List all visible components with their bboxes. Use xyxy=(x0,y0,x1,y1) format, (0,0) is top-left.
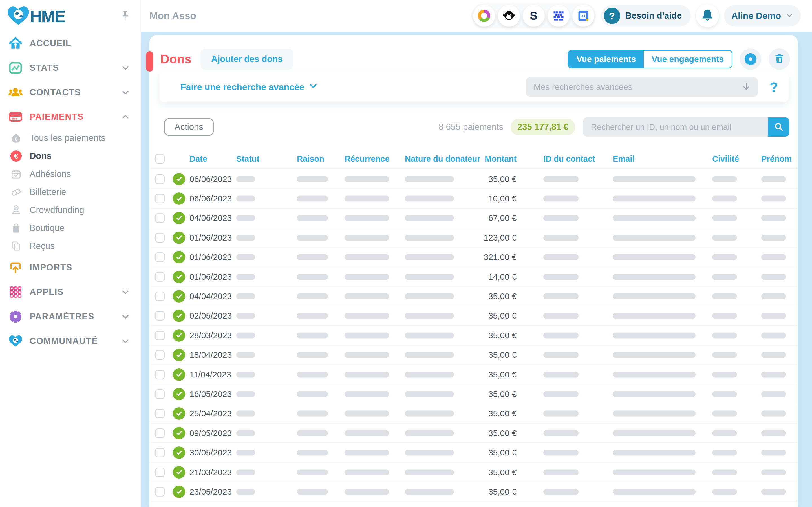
mailchimp-icon[interactable] xyxy=(498,5,520,27)
chevron-down-icon xyxy=(121,313,130,321)
view-payments-tab[interactable]: Vue paiements xyxy=(569,51,644,68)
row-checkbox[interactable] xyxy=(155,467,165,477)
table-row[interactable]: 02/05/202335,00 € xyxy=(149,306,798,326)
column-header-montant[interactable]: Montant xyxy=(454,154,516,164)
row-checkbox[interactable] xyxy=(155,194,165,203)
placeholder-recurrence xyxy=(345,176,389,182)
sidebar-item-adhesions[interactable]: Adhésions xyxy=(0,165,140,183)
row-checkbox[interactable] xyxy=(155,311,165,321)
table-row[interactable]: 06/06/202335,00 € xyxy=(149,170,798,189)
google-calendar-icon[interactable]: 31 xyxy=(572,5,594,27)
placeholder-civilite xyxy=(712,196,737,202)
table-row[interactable]: 04/06/202367,00 € xyxy=(149,209,798,228)
notifications-button[interactable] xyxy=(696,4,719,27)
sidebar-item-stats[interactable]: STATS xyxy=(0,55,140,80)
row-checkbox[interactable] xyxy=(155,448,165,457)
sidebar-item-boutique[interactable]: Boutique xyxy=(0,219,140,237)
table-row[interactable]: 01/06/202314,00 € xyxy=(149,267,798,287)
pixel-app-icon[interactable] xyxy=(548,5,569,27)
placeholder-nature xyxy=(405,255,454,260)
placeholder-email xyxy=(613,411,696,416)
table-row[interactable]: 11/04/202335,00 € xyxy=(149,365,798,385)
sidebar-item-recus[interactable]: Reçus xyxy=(0,237,140,255)
sidebar-item-crowdfunding[interactable]: € Crowdfunding xyxy=(0,201,140,219)
column-header-prenom[interactable]: Prénom xyxy=(761,154,786,164)
row-checkbox[interactable] xyxy=(155,429,165,438)
table-row[interactable]: 28/03/202335,00 € xyxy=(149,326,798,345)
placeholder-prenom xyxy=(761,293,786,299)
placeholder-id-contact xyxy=(543,372,578,378)
column-header-id-contact[interactable]: ID du contact xyxy=(543,154,578,164)
pin-sidebar-icon[interactable] xyxy=(120,10,130,22)
row-checkbox[interactable] xyxy=(155,409,165,418)
table-row[interactable]: 30/05/202335,00 € xyxy=(149,443,798,462)
actions-button[interactable]: Actions xyxy=(164,118,214,136)
sidebar-item-dons[interactable]: € Dons xyxy=(0,147,140,165)
row-checkbox[interactable] xyxy=(155,291,165,301)
integration-icons-group: S 31 xyxy=(471,3,596,28)
sidebar-item-tous-les-paiements[interactable]: € Tous les paiements xyxy=(0,129,140,147)
table-row[interactable]: 09/05/202335,00 € xyxy=(149,424,798,443)
column-header-recurrence[interactable]: Récurrence xyxy=(345,154,389,164)
table-row[interactable]: 25/04/202335,00 € xyxy=(149,404,798,424)
column-header-raison[interactable]: Raison xyxy=(297,154,328,164)
column-header-nature[interactable]: Nature du donateur xyxy=(405,154,454,164)
placeholder-id-contact xyxy=(543,176,578,182)
row-checkbox[interactable] xyxy=(155,233,165,242)
row-checkbox[interactable] xyxy=(155,213,165,223)
advanced-search-toggle[interactable]: Faire une recherche avancée xyxy=(181,81,318,93)
row-checkbox[interactable] xyxy=(155,487,165,497)
placeholder-nature xyxy=(405,489,454,495)
table-row[interactable]: 21/03/202335,00 € xyxy=(149,463,798,482)
view-engagements-tab[interactable]: Vue engagements xyxy=(644,51,732,68)
sidebar-item-imports[interactable]: IMPORTS xyxy=(0,255,140,280)
row-checkbox[interactable] xyxy=(155,350,165,360)
helloasso-icon[interactable] xyxy=(473,5,495,27)
table-row[interactable]: 06/06/202310,00 € xyxy=(149,189,798,209)
column-header-email[interactable]: Email xyxy=(613,154,696,164)
placeholder-nature xyxy=(405,293,454,299)
table-row[interactable]: 01/06/2023123,00 € xyxy=(149,228,798,247)
select-all-checkbox[interactable] xyxy=(155,154,165,164)
row-checkbox[interactable] xyxy=(155,370,165,379)
table-row[interactable]: 18/04/202335,00 € xyxy=(149,346,798,365)
sidebar-item-accueil[interactable]: ACCUEIL xyxy=(0,31,140,55)
column-header-civilite[interactable]: Civilité xyxy=(712,154,737,164)
table-row[interactable]: 01/06/2023321,00 € xyxy=(149,248,798,267)
sidebar-item-communaute[interactable]: COMMUNAUTÉ xyxy=(0,329,140,353)
cell-amount: 321,00 € xyxy=(454,252,516,262)
placeholder-id-contact xyxy=(543,391,578,397)
placeholder-recurrence xyxy=(345,255,389,260)
table-settings-button[interactable] xyxy=(740,48,761,70)
table-row[interactable]: 23/05/202335,00 € xyxy=(149,482,798,502)
cell-date: 02/05/2023 xyxy=(190,311,232,321)
column-header-statut[interactable]: Statut xyxy=(236,154,255,164)
cell-amount: 35,00 € xyxy=(454,448,516,457)
total-amount-badge: 235 177,81 € xyxy=(511,119,575,135)
row-checkbox[interactable] xyxy=(155,272,165,282)
sidebar-item-contacts[interactable]: CONTACTS xyxy=(0,80,140,105)
row-checkbox[interactable] xyxy=(155,252,165,262)
stripe-icon[interactable]: S xyxy=(523,5,545,27)
sidebar-item-billetterie[interactable]: Billetterie xyxy=(0,183,140,201)
sidebar-item-parametres[interactable]: PARAMÈTRES xyxy=(0,304,140,329)
table-row[interactable]: 04/04/202335,00 € xyxy=(149,287,798,306)
user-menu[interactable]: Aline Demo xyxy=(724,5,801,26)
arrow-down-icon[interactable] xyxy=(742,82,751,93)
help-button[interactable]: ? Besoin d'aide xyxy=(601,5,691,26)
column-header-date[interactable]: Date xyxy=(190,154,207,164)
table-row[interactable]: 16/05/202335,00 € xyxy=(149,385,798,404)
add-donations-button[interactable]: Ajouter des dons xyxy=(200,49,293,69)
placeholder-prenom xyxy=(761,411,786,416)
row-checkbox[interactable] xyxy=(155,389,165,399)
search-input[interactable] xyxy=(583,117,768,136)
heart-globe-icon xyxy=(8,334,22,348)
row-checkbox[interactable] xyxy=(155,331,165,340)
search-button[interactable] xyxy=(768,117,790,136)
row-checkbox[interactable] xyxy=(155,174,165,184)
saved-searches-input[interactable] xyxy=(526,77,758,97)
delete-button[interactable] xyxy=(769,48,790,70)
sidebar-item-paiements[interactable]: PAIEMENTS xyxy=(0,105,140,129)
search-help-button[interactable]: ? xyxy=(770,79,778,95)
sidebar-item-applis[interactable]: APPLIS xyxy=(0,280,140,304)
